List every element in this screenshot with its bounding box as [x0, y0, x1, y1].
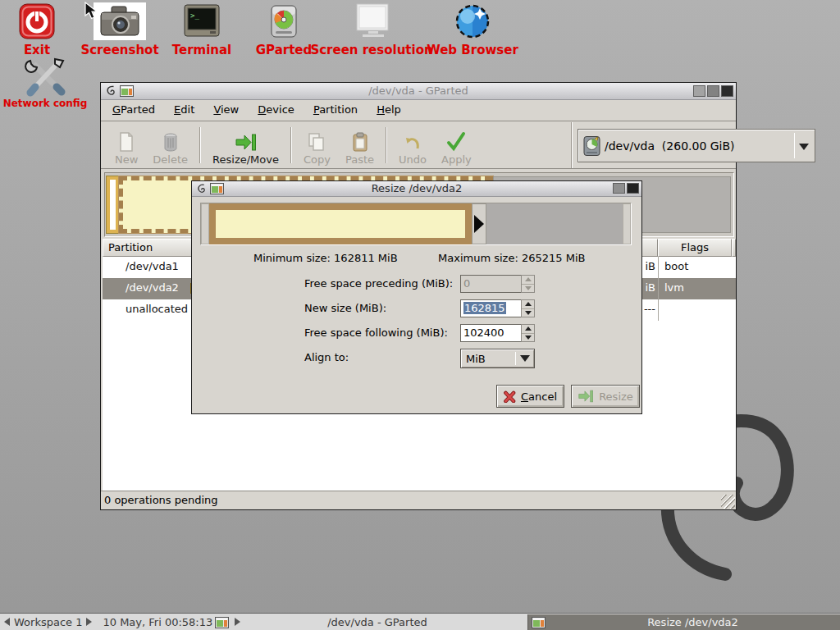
- resize-handle[interactable]: [472, 203, 486, 244]
- spin-down-button[interactable]: [522, 309, 534, 317]
- align-to-combo[interactable]: MiB: [460, 349, 535, 368]
- task-label: /dev/vda - GParted: [229, 616, 526, 628]
- column-divider-line: [658, 257, 659, 321]
- resize-move-icon: [235, 132, 257, 153]
- minimize-button[interactable]: [693, 85, 705, 97]
- device-combo[interactable]: /dev/vda (260.00 GiB): [578, 129, 815, 162]
- spin-up-button[interactable]: [522, 300, 534, 309]
- spin-up-button[interactable]: [522, 276, 534, 285]
- taskbar: Workspace 1 10 May, Fri 00:58:13 /dev/vd…: [0, 613, 840, 630]
- cancel-button-label: Cancel: [521, 390, 557, 403]
- apply-button[interactable]: Apply: [434, 124, 479, 167]
- right-grip[interactable]: [623, 203, 631, 244]
- main-menubar: GParted Edit View Device Partition Help: [101, 100, 736, 121]
- task-resize-dialog[interactable]: Resize /dev/vda2: [527, 614, 840, 630]
- spin-up-icon: [525, 277, 532, 281]
- monitor-icon: [350, 2, 393, 40]
- resize-arrow-icon: [578, 389, 594, 404]
- copy-icon: [306, 131, 327, 153]
- cancel-x-icon: [504, 390, 516, 403]
- workspace-prev-icon[interactable]: [4, 618, 10, 626]
- desktop-icon-web-browser[interactable]: Web Browser: [423, 2, 522, 57]
- menu-help[interactable]: Help: [369, 100, 409, 121]
- gparted-disk-icon: [266, 2, 302, 40]
- menu-partition[interactable]: Partition: [306, 100, 365, 121]
- mouse-cursor: [84, 2, 101, 20]
- desktop-icon-label: Web Browser: [427, 43, 518, 57]
- maximize-button[interactable]: [613, 183, 625, 194]
- combo-divider: [794, 133, 795, 158]
- spin-down-icon: [525, 336, 532, 340]
- menu-view[interactable]: View: [206, 100, 246, 121]
- column-header-filler: [732, 239, 736, 257]
- free-space-preceding-spinbox[interactable]: 0: [460, 275, 535, 293]
- toolbar-separator: [386, 127, 387, 163]
- partition-bar[interactable]: [209, 203, 472, 244]
- spin-down-icon: [525, 311, 532, 315]
- resize-button[interactable]: Resize: [571, 385, 640, 408]
- hdd-icon: [583, 135, 600, 157]
- apply-icon: [445, 131, 467, 153]
- new-size-spinbox[interactable]: 162815: [460, 299, 535, 317]
- spin-down-icon: [525, 286, 532, 290]
- free-space-preceding-label: Free space preceding (MiB):: [304, 275, 460, 293]
- new-button[interactable]: New: [107, 124, 145, 167]
- dropdown-arrow-icon: [520, 355, 530, 362]
- spin-up-button[interactable]: [522, 325, 534, 334]
- desktop-icon-terminal[interactable]: >_ Terminal: [165, 2, 239, 57]
- taskbar-clock: 10 May, Fri 00:58:13: [103, 616, 212, 628]
- handle-arrow-icon: [474, 215, 484, 233]
- spin-up-icon: [525, 326, 532, 331]
- menu-edit[interactable]: Edit: [167, 100, 202, 121]
- menu-device[interactable]: Device: [250, 100, 301, 121]
- toolbar-right-separator: [571, 122, 573, 168]
- maximize-button[interactable]: [707, 85, 719, 97]
- desktop-icon-label: GParted: [256, 43, 313, 57]
- camera-icon: [94, 2, 146, 40]
- resize-button-label: Resize: [599, 390, 633, 403]
- main-titlebar[interactable]: /dev/vda - GParted: [101, 83, 736, 100]
- viz-block-vda1[interactable]: [107, 176, 119, 233]
- toolbar-separator: [199, 127, 201, 163]
- paste-icon: [350, 131, 370, 153]
- tools-icon: [22, 57, 68, 95]
- spin-down-button[interactable]: [522, 334, 534, 342]
- copy-button[interactable]: Copy: [296, 124, 338, 167]
- new-size-label: New size (MiB):: [304, 299, 460, 317]
- spin-up-icon: [525, 302, 532, 306]
- task-label: Resize /dev/vda2: [546, 616, 840, 628]
- desktop-icon-label: Screen resolution: [310, 43, 432, 57]
- delete-icon: [161, 131, 180, 153]
- new-icon: [116, 131, 136, 153]
- workspace-label[interactable]: Workspace 1: [14, 616, 82, 628]
- task-gparted-main[interactable]: /dev/vda - GParted: [212, 614, 526, 630]
- undo-button[interactable]: Undo: [391, 124, 434, 167]
- toolbar-separator: [290, 127, 292, 163]
- terminal-icon: >_: [183, 2, 221, 40]
- paste-button[interactable]: Paste: [338, 124, 381, 167]
- column-header-flags[interactable]: Flags: [658, 239, 732, 257]
- resize-move-button[interactable]: Resize/Move: [205, 124, 286, 167]
- cancel-button[interactable]: Cancel: [496, 385, 564, 408]
- left-grip[interactable]: [201, 203, 209, 244]
- desktop-icon-exit[interactable]: Exit: [4, 2, 70, 57]
- free-space-following-spinbox[interactable]: 102400: [460, 324, 535, 342]
- delete-button[interactable]: Delete: [145, 124, 195, 167]
- main-statusbar: 0 operations pending: [101, 491, 736, 509]
- close-button[interactable]: [627, 183, 639, 194]
- dialog-titlebar[interactable]: Resize /dev/vda2: [192, 181, 641, 197]
- undo-icon: [403, 131, 422, 153]
- gparted-task-icon: [215, 617, 229, 628]
- menu-gparted[interactable]: GParted: [105, 100, 162, 121]
- workspace-next-icon[interactable]: [86, 618, 92, 626]
- desktop-icon-screen-resolution[interactable]: Screen resolution: [314, 2, 429, 57]
- svg-text:>_: >_: [190, 11, 199, 20]
- spin-down-button[interactable]: [522, 285, 534, 293]
- resize-grip[interactable]: [721, 495, 735, 509]
- main-window-title: /dev/vda - GParted: [101, 83, 736, 99]
- desktop-icon-network-config[interactable]: Network config: [0, 57, 90, 109]
- desktop-icon-label: Network config: [3, 98, 88, 109]
- gparted-task-icon: [532, 617, 546, 628]
- globe-icon: [453, 2, 492, 40]
- close-button[interactable]: [721, 85, 733, 97]
